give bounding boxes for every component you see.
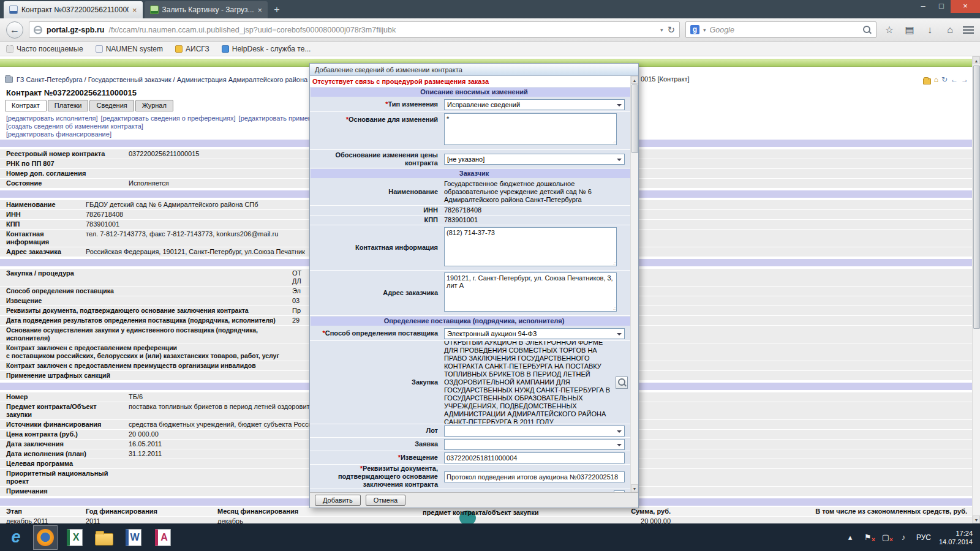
google-icon: g xyxy=(690,25,699,34)
refresh-icon[interactable]: ↻ xyxy=(941,75,948,84)
volume-icon[interactable]: ♪ xyxy=(899,533,908,542)
link-edit-executor[interactable]: [редактировать исполнителя] xyxy=(6,114,98,122)
tab-payments[interactable]: Платежи xyxy=(48,100,89,111)
maximize-button[interactable]: □ xyxy=(932,0,951,13)
home-icon[interactable]: ⌂ xyxy=(943,24,957,36)
field-label: Наименование xyxy=(388,188,438,195)
add-button[interactable]: Добавить xyxy=(315,495,361,506)
bookmark-label: NAUMEN system xyxy=(106,45,163,53)
link-edit-truncated[interactable]: [редактировать примен xyxy=(239,114,312,122)
reload-icon[interactable]: ↻ xyxy=(667,24,675,36)
word-icon[interactable]: W xyxy=(121,525,146,550)
nav-back-icon[interactable]: ← xyxy=(951,75,958,84)
tab-details[interactable]: Сведения xyxy=(89,100,134,111)
tab-title: Контракт №03722002562110000... xyxy=(21,6,129,14)
search-engine-dropdown-icon[interactable]: ▾ xyxy=(703,27,706,33)
notice-input[interactable] xyxy=(444,452,625,463)
resize-grip-icon[interactable]: .: xyxy=(613,140,616,144)
change-reason-textarea[interactable]: * xyxy=(444,113,617,145)
url-bar[interactable]: portal.gz-spb.ru /fx/ccam/ru.naumen.ccam… xyxy=(29,21,680,38)
folder-icon[interactable] xyxy=(923,78,931,84)
dialog-scrollbar[interactable]: ▲ ▼ xyxy=(630,76,638,492)
change-type-select[interactable]: Исправление сведений xyxy=(444,99,625,110)
field-label: Контактная информация xyxy=(355,244,438,251)
menu-icon[interactable] xyxy=(963,24,974,36)
browser-tab-contract[interactable]: Контракт №03722002562110000... × xyxy=(4,1,143,18)
field-row: Адрес заказчика 190121, г. Санкт-Петербу… xyxy=(310,271,638,316)
breadcrumb-icon xyxy=(5,77,13,83)
language-indicator[interactable]: РУС xyxy=(916,533,931,542)
search-bar[interactable]: g ▾ xyxy=(685,21,876,38)
field-label: КПП xyxy=(424,216,438,223)
file-explorer-icon[interactable] xyxy=(92,525,116,550)
clock[interactable]: 17:24 14.07.2014 xyxy=(939,529,973,546)
window-controls: – □ × xyxy=(914,0,980,13)
breadcrumb-text[interactable]: ГЗ Санкт-Петербурга / Государственный за… xyxy=(17,76,307,83)
search-icon xyxy=(617,378,627,387)
bookmark-helpdesk[interactable]: HelpDesk - служба те... xyxy=(222,45,311,53)
purchase-search-button[interactable] xyxy=(616,377,628,389)
link-edit-financing[interactable]: [редактировать финансирование] xyxy=(6,130,111,138)
close-window-button[interactable]: × xyxy=(951,0,980,13)
scroll-up-icon[interactable]: ▲ xyxy=(631,76,638,84)
bookmark-aisgz[interactable]: АИСГЗ xyxy=(175,45,209,53)
internet-explorer-icon[interactable]: e xyxy=(4,525,28,550)
field-row: ИНН 7826718408 xyxy=(310,206,638,216)
hidden-icons-expander[interactable]: ▴ xyxy=(845,533,855,542)
bookmarks-panel-icon[interactable]: ▤ xyxy=(902,24,917,36)
display-settings-icon[interactable]: ▢× xyxy=(881,533,891,542)
bid-select[interactable] xyxy=(444,439,625,450)
bookmarks-bar: Часто посещаемые NAUMEN system АИСГЗ Hel… xyxy=(0,42,980,56)
search-input[interactable] xyxy=(710,26,859,34)
downloads-icon[interactable]: ↓ xyxy=(922,24,937,36)
url-domain: portal.gz-spb.ru xyxy=(47,26,104,34)
action-center-icon[interactable]: ⚑× xyxy=(863,533,873,542)
customer-address-textarea[interactable]: 190121, г. Санкт-Петербург, ул. Союза Пе… xyxy=(444,272,617,312)
cancel-button[interactable]: Отмена xyxy=(366,495,405,506)
home-page-icon[interactable]: ⌂ xyxy=(934,75,938,84)
minimize-button[interactable]: – xyxy=(914,0,932,13)
nav-forward-icon[interactable]: → xyxy=(961,75,968,84)
browser-tab-upload[interactable]: Залить Картинку - Загруз... × xyxy=(145,1,268,18)
tab-journal[interactable]: Журнал xyxy=(135,100,173,111)
resize-grip-icon[interactable]: .: xyxy=(613,261,616,265)
link-create-change-info[interactable]: [создать сведения об изменении контракта… xyxy=(6,122,143,130)
scroll-down-icon[interactable]: ▼ xyxy=(973,515,980,523)
tab-contract[interactable]: Контракт xyxy=(5,100,47,111)
tab-close-icon[interactable]: × xyxy=(258,6,263,14)
lot-select[interactable] xyxy=(444,425,625,437)
warning-message: Отсутствует связь с процедурой размещени… xyxy=(310,76,638,87)
bookmark-frequent[interactable]: Часто посещаемые xyxy=(6,45,83,53)
bookmark-naumen[interactable]: NAUMEN system xyxy=(96,45,163,53)
field-label: Тип изменения xyxy=(388,100,438,108)
field-row: Контактная информация (812) 714-37-73.: xyxy=(310,225,638,271)
scrollbar-thumb[interactable] xyxy=(973,66,980,329)
firefox-icon[interactable] xyxy=(33,525,58,550)
dialog-title[interactable]: Добавление сведений об изменении контрак… xyxy=(310,64,638,76)
back-button[interactable]: ← xyxy=(6,21,23,39)
bookmark-favicon xyxy=(175,45,183,53)
scroll-up-icon[interactable]: ▲ xyxy=(973,56,980,64)
supplier-method-select[interactable]: Электронный аукцион 94-ФЗ xyxy=(444,328,625,339)
access-icon[interactable]: A xyxy=(151,525,175,550)
contact-info-textarea[interactable]: (812) 714-37-73 xyxy=(444,227,617,266)
site-identity-icon[interactable] xyxy=(34,26,42,34)
search-icon[interactable] xyxy=(862,25,872,34)
scroll-down-icon[interactable]: ▼ xyxy=(631,484,638,492)
bookmark-label: Часто посещаемые xyxy=(17,45,83,53)
price-change-reason-select[interactable]: [не указано] xyxy=(444,154,625,165)
bookmark-star-icon[interactable]: ☆ xyxy=(882,24,897,36)
field-row: Закупка ОТКРЫТЫЙ АУКЦИОН В ЭЛЕКТРОННОЙ Ф… xyxy=(310,341,638,424)
excel-icon[interactable]: X xyxy=(62,525,87,550)
page-scrollbar[interactable]: ▲ ▼ xyxy=(972,56,980,523)
doc-details-input[interactable] xyxy=(444,471,625,482)
tab-close-icon[interactable]: × xyxy=(132,6,137,14)
url-dropdown-icon[interactable]: ▾ xyxy=(660,27,663,33)
scrollbar-thumb[interactable] xyxy=(631,84,638,153)
partial-table-header: предмет контракта/объект закупки xyxy=(423,509,538,516)
section-header-changes: Описание вносимых изменений xyxy=(311,88,638,97)
new-tab-button[interactable]: + xyxy=(268,1,285,18)
link-edit-preferences[interactable]: [редактировать сведения о преференциях] xyxy=(101,114,236,122)
resize-grip-icon[interactable]: .: xyxy=(613,306,616,310)
field-label: Реквизиты документа, подтверждающего осн… xyxy=(338,465,438,488)
